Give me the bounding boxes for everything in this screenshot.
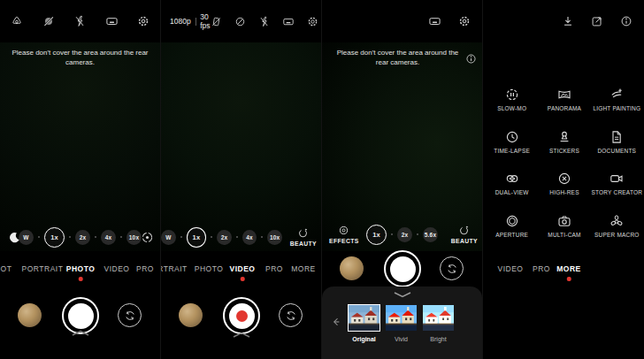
panel-photo-mode: Please don't cover the area around the r… xyxy=(0,0,161,359)
aperture-icon xyxy=(505,214,519,228)
more-mode-super-macro[interactable]: SUPER MACRO xyxy=(591,205,643,248)
timer-off-icon[interactable] xyxy=(234,16,246,27)
gallery-thumbnail[interactable] xyxy=(340,256,364,280)
zoom-separator-dot xyxy=(95,236,96,238)
gallery-thumbnail[interactable] xyxy=(179,303,203,327)
flip-camera-button[interactable] xyxy=(118,303,142,327)
more-mode-multi-cam[interactable]: MULTI-CAM xyxy=(538,205,590,248)
live-photo-icon[interactable] xyxy=(11,15,23,27)
tab-more[interactable]: MORE xyxy=(556,264,581,273)
zoom-2x-button[interactable]: 2x xyxy=(397,227,412,242)
zoom-10x-button[interactable]: 10x xyxy=(267,230,282,245)
zoom-1x-button[interactable]: 1x xyxy=(44,227,65,248)
hdr-frame-icon[interactable] xyxy=(428,15,441,27)
filter-preview-image xyxy=(385,304,418,332)
zoom-controls: EFFECTS 1x 2x 5.6x BEAUTY xyxy=(322,219,482,249)
night-mode-off-icon[interactable] xyxy=(42,15,55,27)
hdr-frame-icon[interactable] xyxy=(105,15,119,27)
zoom-separator-dot xyxy=(211,236,212,238)
panel-effects-mode: Please don't cover the area around the r… xyxy=(322,0,483,359)
settings-gear-icon[interactable] xyxy=(307,16,318,27)
zoom-4x-button[interactable]: 4x xyxy=(242,230,257,245)
info-icon[interactable] xyxy=(620,15,632,27)
tab-portrait[interactable]: PORTRAIT xyxy=(22,264,64,273)
more-mode-story-creator[interactable]: STORY CREATOR xyxy=(591,163,643,205)
more-mode-time-lapse[interactable]: TIME-LAPSE xyxy=(486,121,538,164)
tab-video[interactable]: VIDEO xyxy=(104,264,130,273)
macro-lens-icon[interactable] xyxy=(141,231,154,244)
zoom-1x-button[interactable]: 1x xyxy=(366,225,387,245)
more-mode-dual-view[interactable]: DUAL-VIEW xyxy=(486,163,538,205)
tab-pro[interactable]: PRO xyxy=(533,264,550,273)
gallery-thumbnail[interactable] xyxy=(18,303,42,327)
flash-off-icon[interactable] xyxy=(73,15,86,27)
beauty-icon xyxy=(458,225,470,236)
zoom-5-6x-button[interactable]: 5.6x xyxy=(423,227,438,242)
effects-toggle[interactable]: EFFECTS xyxy=(329,225,359,244)
more-mode-aperture[interactable]: APERTURE xyxy=(486,205,538,248)
more-modes-grid: SLOW-MO PANORAMA LIGHT PAINTING TIME-LAP… xyxy=(486,79,643,247)
flip-camera-button[interactable] xyxy=(440,256,464,280)
flip-camera-icon xyxy=(285,309,297,322)
status-divider xyxy=(196,18,196,26)
settings-gear-icon[interactable] xyxy=(458,15,471,27)
back-arrow-icon[interactable] xyxy=(329,315,343,329)
download-icon[interactable] xyxy=(562,15,574,27)
beauty-toggle[interactable]: BEAUTY xyxy=(290,227,317,247)
swipe-down-handle[interactable] xyxy=(391,291,414,299)
zoom-10x-button[interactable]: 10x xyxy=(126,230,142,245)
zoom-4x-button[interactable]: 4x xyxy=(101,230,116,245)
more-mode-label: DOCUMENTS xyxy=(597,148,636,154)
shutter-button[interactable] xyxy=(384,250,421,287)
panel-more-menu: SLOW-MO PANORAMA LIGHT PAINTING TIME-LAP… xyxy=(483,0,644,359)
tab-photo[interactable]: PHOTO xyxy=(66,264,96,273)
edit-icon[interactable] xyxy=(591,15,603,27)
more-mode-light-painting[interactable]: LIGHT PAINTING xyxy=(591,79,643,121)
swipe-up-handle[interactable] xyxy=(231,331,252,339)
tab-partial[interactable]: OT xyxy=(1,264,12,273)
night-indicator-icon[interactable] xyxy=(8,231,21,244)
filter-original[interactable]: Original xyxy=(348,304,380,342)
zoom-2x-button[interactable]: 2x xyxy=(217,230,232,245)
filter-label: Original xyxy=(352,336,375,342)
zoom-wide-button[interactable]: W xyxy=(161,230,176,245)
mode-tabs: RTRAIT PHOTO VIDEO PRO MORE xyxy=(161,262,321,286)
flash-off-icon[interactable] xyxy=(258,16,270,27)
tab-video[interactable]: VIDEO xyxy=(498,264,524,273)
tab-pro[interactable]: PRO xyxy=(265,264,283,273)
more-mode-panorama[interactable]: PANORAMA xyxy=(538,79,590,121)
zoom-separator-dot xyxy=(261,236,263,238)
dual-view-icon xyxy=(505,172,519,186)
zoom-1x-button[interactable]: 1x xyxy=(187,227,207,248)
steady-off-icon[interactable] xyxy=(211,16,222,27)
tab-photo[interactable]: PHOTO xyxy=(195,264,224,273)
tab-more[interactable]: MORE xyxy=(291,264,316,273)
more-mode-stickers[interactable]: STICKERS xyxy=(538,121,590,164)
settings-gear-icon[interactable] xyxy=(137,15,150,27)
beauty-toggle[interactable]: BEAUTY xyxy=(451,225,478,244)
filter-options: Original Vivid Bright xyxy=(348,304,455,342)
filter-vivid[interactable]: Vivid xyxy=(385,304,418,342)
swipe-up-handle[interactable] xyxy=(70,329,91,337)
hdr-frame-icon[interactable] xyxy=(282,16,295,27)
tab-pro[interactable]: PRO xyxy=(136,264,154,273)
selected-tab-dot xyxy=(567,277,571,281)
more-mode-slow-mo[interactable]: SLOW-MO xyxy=(486,79,538,121)
more-mode-documents[interactable]: DOCUMENTS xyxy=(591,121,643,164)
more-mode-label: SLOW-MO xyxy=(497,105,526,111)
tab-video[interactable]: VIDEO xyxy=(230,264,256,273)
beauty-icon xyxy=(297,227,309,239)
filter-label: Bright xyxy=(430,336,446,342)
info-icon[interactable] xyxy=(465,53,477,65)
filter-bright[interactable]: Bright xyxy=(422,304,455,342)
flip-camera-button[interactable] xyxy=(279,303,303,327)
more-mode-label: STICKERS xyxy=(549,148,579,154)
tab-partial[interactable]: RTRAIT xyxy=(161,264,188,273)
more-mode-high-res[interactable]: HIGH-RES xyxy=(538,163,590,205)
video-fps: 30 fps xyxy=(200,12,211,30)
zoom-separator-dot xyxy=(180,236,182,238)
zoom-2x-button[interactable]: 2x xyxy=(75,230,90,245)
record-button[interactable] xyxy=(223,297,260,334)
more-mode-label: TIME-LAPSE xyxy=(494,148,530,154)
top-toolbar xyxy=(322,0,482,42)
